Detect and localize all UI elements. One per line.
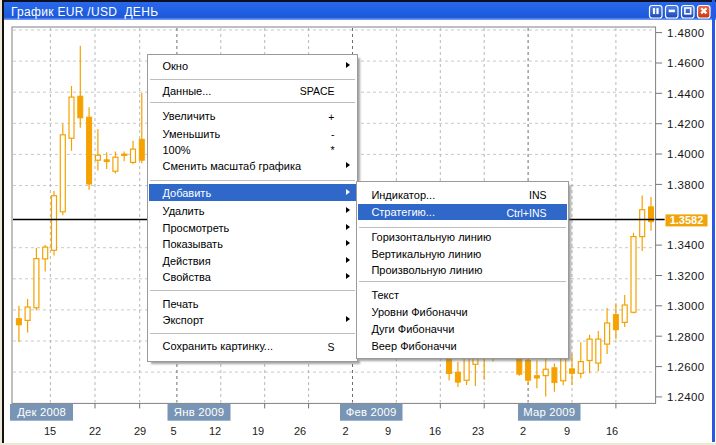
svg-text:9: 9 <box>385 425 391 437</box>
svg-text:1.4800: 1.4800 <box>667 27 705 39</box>
svg-text:1.4600: 1.4600 <box>667 57 705 69</box>
svg-text:23: 23 <box>472 425 484 437</box>
svg-text:16: 16 <box>606 425 618 437</box>
svg-text:1.4200: 1.4200 <box>667 118 705 130</box>
svg-text:1.2400: 1.2400 <box>667 391 705 403</box>
svg-text:Фев 2009: Фев 2009 <box>346 406 397 418</box>
svg-text:5: 5 <box>170 425 176 437</box>
svg-text:1.4000: 1.4000 <box>667 148 705 160</box>
svg-text:29: 29 <box>134 425 146 437</box>
svg-text:9: 9 <box>564 425 570 437</box>
svg-text:12: 12 <box>209 425 221 437</box>
svg-text:26: 26 <box>294 425 306 437</box>
svg-text:1.4400: 1.4400 <box>667 88 705 100</box>
svg-text:16: 16 <box>429 425 441 437</box>
svg-text:1.3582: 1.3582 <box>670 214 704 226</box>
svg-text:Янв 2009: Янв 2009 <box>174 406 224 418</box>
svg-text:1.3000: 1.3000 <box>667 300 705 312</box>
svg-text:15: 15 <box>44 425 56 437</box>
svg-text:1.3200: 1.3200 <box>667 270 705 282</box>
svg-text:2: 2 <box>520 425 526 437</box>
svg-text:2: 2 <box>342 425 348 437</box>
svg-text:Мар 2009: Мар 2009 <box>523 406 575 418</box>
svg-text:1.2600: 1.2600 <box>667 361 705 373</box>
svg-text:22: 22 <box>89 425 101 437</box>
svg-text:19: 19 <box>252 425 264 437</box>
svg-text:1.2800: 1.2800 <box>667 331 705 343</box>
svg-text:1.3400: 1.3400 <box>667 239 705 251</box>
svg-text:1.3800: 1.3800 <box>667 179 705 191</box>
svg-text:Дек 2008: Дек 2008 <box>17 406 66 418</box>
